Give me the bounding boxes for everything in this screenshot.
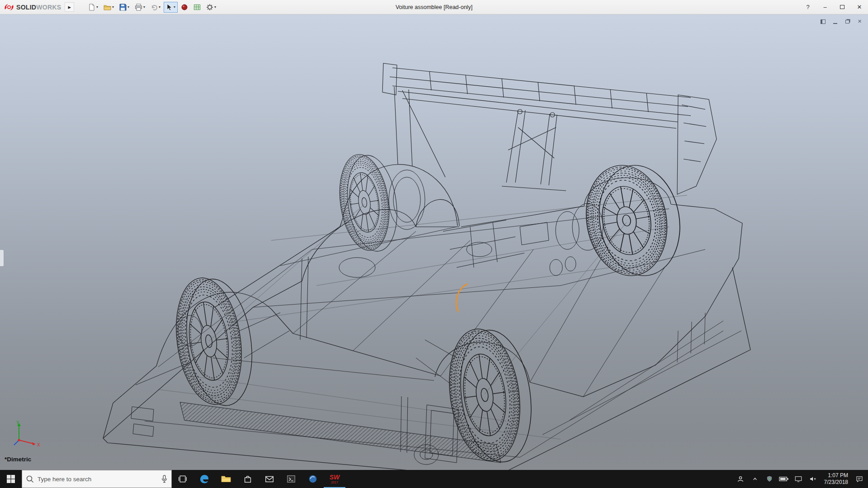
brand-solid: SOLID	[16, 4, 36, 11]
doc-close-button[interactable]: ✕	[856, 18, 863, 25]
undo-icon	[151, 4, 158, 11]
battery-icon	[779, 475, 789, 483]
close-button[interactable]: ✕	[851, 0, 868, 14]
print-button[interactable]: ▾	[132, 2, 147, 13]
clock-time: 1:07 PM	[828, 472, 848, 479]
wireframe-car-model[interactable]	[0, 14, 868, 470]
doc-minimize-button[interactable]	[831, 18, 839, 25]
solidworks-logo[interactable]: SOLIDWORKS	[0, 0, 65, 14]
wheel-front-right[interactable]	[334, 150, 403, 255]
select-button[interactable]: ▾	[164, 2, 178, 13]
document-window-controls: ✕	[819, 18, 863, 25]
triad-x-label: X	[37, 442, 40, 447]
new-document-dropdown[interactable]: ▾	[96, 5, 98, 9]
doc-minimize-icon	[833, 23, 837, 24]
triad-y-label: Y	[16, 420, 19, 425]
volume-muted-icon	[808, 475, 817, 483]
clock-date: 7/23/2018	[824, 479, 848, 486]
taskbar-clock[interactable]: 1:07 PM 7/23/2018	[821, 472, 852, 486]
search-input[interactable]	[38, 476, 157, 483]
app-circle-icon	[308, 474, 318, 484]
document-title: Voiture assomblee [Read-only]	[396, 0, 472, 14]
brand-text: SOLIDWORKS	[16, 4, 61, 11]
system-tray: 1:07 PM 7/23/2018	[734, 470, 868, 488]
display-icon	[794, 475, 803, 483]
highlighted-edge[interactable]	[456, 284, 467, 312]
file-explorer-button[interactable]	[215, 470, 237, 488]
print-icon	[135, 4, 142, 11]
undo-button[interactable]: ▾	[148, 2, 163, 13]
console-icon	[286, 474, 296, 484]
task-view-button[interactable]	[172, 470, 193, 488]
appearance-button[interactable]	[179, 2, 190, 13]
desktop: SOLIDWORKS ▸ ▾ ▾ ▾	[0, 0, 868, 488]
task-view-icon	[178, 474, 187, 483]
mail-icon	[264, 474, 274, 484]
microphone-icon[interactable]	[161, 475, 168, 483]
print-dropdown[interactable]: ▾	[143, 5, 145, 9]
dock-window-icon	[821, 19, 826, 24]
options-dropdown[interactable]: ▾	[214, 5, 216, 9]
file-explorer-icon	[221, 474, 231, 484]
solidworks-2017-icon: SW 2017	[330, 474, 340, 484]
dock-window-button[interactable]	[819, 18, 827, 25]
mail-button[interactable]	[259, 470, 280, 488]
edge-button[interactable]	[193, 470, 215, 488]
solidworks-taskbar-button[interactable]: SW 2017	[324, 470, 345, 488]
view-orientation-label: *Dimetric	[5, 456, 31, 463]
windows-logo-icon	[7, 475, 15, 483]
orientation-triad[interactable]: Y X	[12, 420, 43, 449]
windows-taskbar: SW 2017	[0, 470, 868, 488]
design-table-icon	[193, 4, 201, 11]
appearance-sphere-icon	[181, 4, 188, 11]
start-button[interactable]	[0, 470, 22, 488]
menu-expand-arrow[interactable]: ▸	[65, 2, 74, 12]
save-button[interactable]: ▾	[117, 2, 132, 13]
hidden-icons-button[interactable]	[748, 470, 762, 488]
store-icon	[243, 474, 253, 484]
app-circle-button[interactable]	[302, 470, 324, 488]
sw-year-text: 2017	[331, 481, 338, 484]
sw-badge-text: SW	[330, 474, 340, 480]
chevron-up-icon	[751, 475, 759, 483]
security-button[interactable]	[763, 470, 776, 488]
edge-icon	[199, 474, 210, 484]
wheel-rear-right[interactable]	[578, 157, 689, 285]
minimize-button[interactable]: –	[816, 0, 834, 14]
options-button[interactable]: ▾	[204, 2, 218, 13]
undo-dropdown[interactable]: ▾	[159, 5, 160, 9]
action-center-button[interactable]	[853, 470, 866, 488]
store-button[interactable]	[237, 470, 259, 488]
brand-works: WORKS	[36, 4, 61, 11]
quick-access-toolbar: ▾ ▾ ▾ ▾	[86, 2, 218, 13]
select-dropdown[interactable]: ▾	[174, 5, 175, 9]
battery-button[interactable]	[777, 470, 791, 488]
maximize-button[interactable]	[834, 0, 851, 14]
maximize-icon	[840, 5, 844, 9]
console-button[interactable]	[280, 470, 302, 488]
rear-wing[interactable]	[382, 63, 717, 194]
save-floppy-icon	[119, 4, 127, 11]
volume-button[interactable]	[806, 470, 820, 488]
display-button[interactable]	[792, 470, 805, 488]
open-button[interactable]: ▾	[101, 2, 116, 13]
search-icon	[26, 475, 34, 483]
doc-restore-button[interactable]	[844, 18, 851, 25]
titlebar: SOLIDWORKS ▸ ▾ ▾ ▾	[0, 0, 868, 14]
security-shield-icon	[766, 475, 773, 483]
people-button[interactable]	[734, 470, 747, 488]
solidworks-logo-icon	[4, 3, 14, 11]
help-button[interactable]: ?	[799, 0, 816, 14]
new-document-button[interactable]: ▾	[86, 2, 100, 13]
people-icon	[736, 474, 745, 483]
graphics-viewport[interactable]: ✕ Y X *Dimetric	[0, 14, 868, 470]
select-cursor-icon	[166, 4, 173, 11]
new-document-icon	[88, 4, 95, 11]
design-table-button[interactable]	[191, 2, 203, 13]
taskbar-search[interactable]	[22, 470, 172, 488]
open-folder-icon	[104, 4, 111, 11]
feature-panel-collapsed-handle[interactable]	[0, 249, 4, 267]
save-dropdown[interactable]: ▾	[127, 5, 129, 9]
action-center-icon	[855, 475, 864, 483]
open-dropdown[interactable]: ▾	[112, 5, 114, 9]
